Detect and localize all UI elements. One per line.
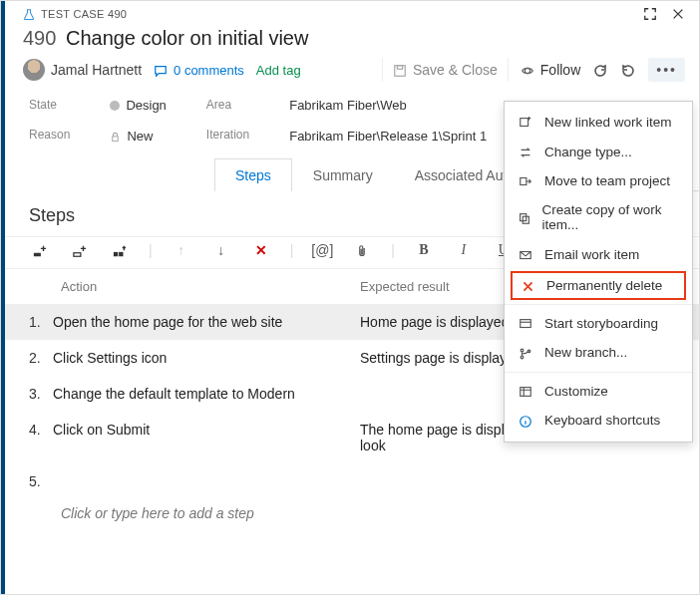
add-tag-button[interactable]: Add tag [256, 63, 301, 78]
row-index: 1. [29, 314, 53, 330]
attach-icon[interactable] [351, 241, 373, 257]
tab-steps[interactable]: Steps [214, 158, 292, 191]
info-icon [517, 413, 534, 428]
customize-icon [517, 384, 534, 399]
mail-icon [517, 246, 534, 261]
copy-icon [517, 210, 532, 225]
menu-separator [505, 304, 692, 305]
action-header: Action [61, 279, 360, 294]
reason-value[interactable]: New [110, 129, 166, 144]
titlebar: TEST CASE 490 [5, 1, 699, 23]
row-action[interactable]: Open the home page for the web site [53, 314, 360, 330]
insert-param-icon[interactable] [109, 241, 131, 257]
move-down-icon[interactable]: ↓ [210, 242, 232, 258]
area-label: Area [206, 98, 249, 112]
svg-rect-1 [397, 66, 402, 70]
more-actions-button[interactable]: ••• [648, 58, 685, 82]
link-plus-icon [517, 115, 534, 130]
work-item-type-text: TEST CASE 490 [41, 8, 127, 20]
svg-rect-6 [114, 252, 118, 256]
row-index: 4. [29, 422, 53, 438]
param-icon[interactable]: [@] [311, 242, 333, 258]
follow-icon [521, 62, 534, 78]
storyboard-icon [517, 316, 534, 331]
menu-permanently-delete[interactable]: Permanently delete [511, 271, 686, 300]
reason-label: Reason [29, 128, 70, 142]
tab-summary[interactable]: Summary [292, 158, 394, 191]
italic-icon[interactable]: I [453, 242, 475, 258]
insert-shared-icon[interactable] [69, 241, 91, 257]
state-label: State [29, 98, 70, 112]
menu-copy[interactable]: Create copy of work item... [505, 195, 692, 239]
work-item-title[interactable]: Change color on initial view [66, 27, 308, 49]
refresh-icon[interactable] [592, 62, 608, 79]
state-dot-icon [110, 101, 120, 111]
row-index: 3. [29, 386, 53, 402]
iteration-value[interactable]: Fabrikam Fiber\Release 1\Sprint 1 [289, 129, 487, 144]
add-step-placeholder[interactable]: Click or type here to add a step [5, 499, 699, 521]
row-action[interactable]: Click on Submit [53, 422, 360, 438]
user-name: Jamal Hartnett [51, 62, 142, 78]
delete-step-icon[interactable]: ✕ [250, 242, 272, 258]
svg-point-14 [521, 349, 524, 352]
work-item-id: 490 [23, 27, 56, 49]
svg-rect-9 [521, 178, 526, 185]
actions-menu: New linked work item Change type... Move… [504, 101, 693, 443]
menu-new-linked[interactable]: New linked work item [505, 108, 692, 137]
bold-icon[interactable]: B [413, 242, 435, 258]
lock-icon [110, 129, 121, 144]
row-index: 5. [29, 473, 53, 489]
svg-rect-3 [113, 137, 119, 142]
follow-button[interactable]: Follow [521, 62, 580, 78]
iteration-label: Iteration [206, 128, 249, 142]
row-index: 2. [29, 350, 53, 366]
insert-step-icon[interactable] [29, 241, 51, 257]
menu-change-type[interactable]: Change type... [505, 137, 692, 165]
comment-icon [154, 62, 168, 78]
svg-rect-13 [521, 320, 531, 328]
accent-bar [1, 1, 5, 594]
save-close-button: Save & Close [382, 58, 509, 82]
move-icon [517, 173, 534, 188]
svg-point-15 [521, 356, 524, 359]
follow-label: Follow [540, 62, 580, 78]
comments-button[interactable]: 0 comments [154, 62, 244, 78]
flask-icon [23, 8, 35, 21]
svg-rect-8 [521, 119, 528, 127]
svg-rect-17 [521, 388, 531, 397]
state-value[interactable]: Design [110, 98, 166, 113]
row-action[interactable]: Click Settings icon [53, 350, 360, 366]
menu-new-branch[interactable]: New branch... [505, 338, 692, 367]
table-row[interactable]: 5. [5, 463, 699, 499]
branch-icon [517, 345, 534, 360]
save-label: Save & Close [413, 62, 498, 78]
menu-shortcuts[interactable]: Keyboard shortcuts [505, 406, 692, 435]
work-item-header: 490 Change color on initial view [5, 23, 699, 56]
close-icon[interactable] [671, 7, 685, 21]
svg-rect-7 [119, 252, 123, 256]
svg-rect-5 [74, 252, 81, 256]
work-item-type-label: TEST CASE 490 [23, 8, 643, 21]
svg-rect-4 [34, 252, 41, 256]
delete-x-icon [519, 278, 536, 293]
svg-rect-0 [395, 66, 406, 77]
area-value[interactable]: Fabrikam Fiber\Web [289, 98, 487, 113]
menu-customize[interactable]: Customize [505, 377, 692, 406]
move-up-icon: ↑ [171, 242, 192, 258]
menu-email[interactable]: Email work item [505, 239, 692, 268]
menu-separator [505, 372, 692, 373]
save-icon [393, 62, 407, 78]
meta-row: Jamal Hartnett 0 comments Add tag Save &… [5, 56, 699, 92]
assigned-to[interactable]: Jamal Hartnett [23, 59, 142, 81]
menu-move-team[interactable]: Move to team project [505, 166, 692, 195]
avatar [23, 59, 45, 81]
row-action[interactable]: Change the default template to Modern [53, 386, 360, 402]
menu-storyboard[interactable]: Start storyboarding [505, 309, 692, 338]
fullscreen-icon[interactable] [643, 7, 657, 21]
revert-icon[interactable] [620, 62, 636, 79]
swap-icon [517, 144, 534, 158]
comments-count: 0 comments [174, 63, 244, 78]
